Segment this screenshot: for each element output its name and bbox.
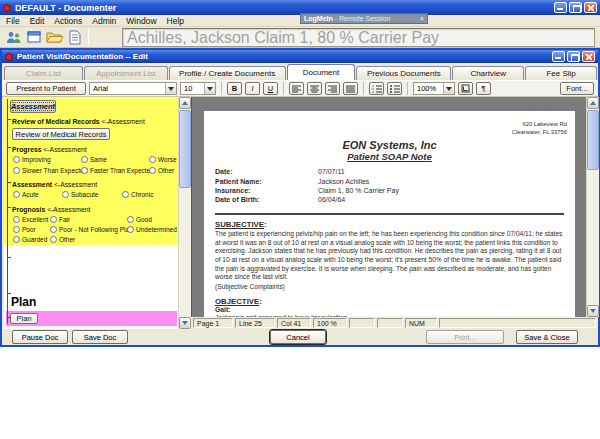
document-scrollbar[interactable] — [586, 97, 599, 317]
status-bar: Page 1 Line 25 Col 41 100 % NUM — [191, 317, 598, 329]
assessment-button[interactable]: Assessment — [10, 100, 56, 113]
patients-icon[interactable] — [4, 29, 24, 46]
subjective-heading: SUBJECTIVE: — [215, 220, 575, 229]
font-dialog-button[interactable]: Font... — [560, 82, 594, 95]
save-and-close-button[interactable]: Save & Close — [516, 330, 578, 344]
prognosis-label: Prognosis <-Assessment — [12, 206, 90, 213]
menu-window[interactable]: Window — [126, 16, 156, 26]
radio-other-progress[interactable]: Other — [149, 167, 174, 174]
radio-guarded[interactable]: Guarded — [13, 236, 50, 243]
prognosis-options-row2: Poor Poor - Not Following Plan Undetermi… — [13, 226, 177, 233]
close-icon[interactable] — [582, 51, 595, 62]
current-patient-field[interactable]: Achilles, Jackson Claim 1, 80 % Carrier … — [122, 28, 595, 47]
logmein-banner: LogMeIn - Remote Session × — [300, 13, 428, 24]
close-icon[interactable] — [584, 2, 597, 13]
window-icon[interactable] — [24, 29, 44, 46]
tab-previous-documents[interactable]: Previous Documents — [356, 66, 451, 80]
assessment-label: Assessment <-Assessment — [12, 181, 97, 188]
align-left-icon[interactable] — [289, 82, 304, 95]
tab-appointment-list: Appointment List — [84, 66, 168, 80]
radio-excellent[interactable]: Excellent — [13, 216, 50, 223]
numbered-list-icon[interactable] — [369, 82, 384, 95]
document-page[interactable]: 620 Lakeview Rd Clearwater, FL 33756 EON… — [204, 111, 575, 317]
align-right-icon[interactable] — [325, 82, 340, 95]
assessment-options-row: Acute Subacute Chronic — [13, 191, 153, 198]
scroll-up-icon[interactable] — [179, 97, 191, 109]
plan-button[interactable]: Plan — [10, 313, 38, 324]
menu-actions[interactable]: Actions — [54, 16, 82, 26]
present-to-patient-button[interactable]: Present to Patient — [6, 82, 86, 95]
subjective-note: (Subjective Complaints) — [215, 283, 565, 292]
align-center-icon[interactable] — [307, 82, 322, 95]
objective-heading: OBJECTIVE: — [215, 297, 575, 306]
status-line: Line 25 — [235, 318, 275, 328]
radio-chronic[interactable]: Chronic — [122, 191, 153, 198]
font-name-select[interactable]: Arial — [89, 82, 177, 95]
tab-chartview[interactable]: Chartview — [452, 66, 524, 80]
radio-subacute[interactable]: Subacute — [62, 191, 122, 198]
chevron-down-icon[interactable] — [204, 83, 215, 94]
menu-edit[interactable]: Edit — [30, 16, 45, 26]
zoom-select[interactable]: 100% — [413, 82, 455, 95]
radio-improving[interactable]: Improving — [13, 156, 81, 163]
action-bar: Pause Doc Save Doc Cancel Print... Save … — [2, 329, 598, 345]
cancel-button[interactable]: Cancel — [270, 330, 326, 344]
radio-fair[interactable]: Fair — [50, 216, 127, 223]
font-size-select[interactable]: 10 — [180, 82, 216, 95]
radio-good[interactable]: Good — [127, 216, 152, 223]
radio-poor[interactable]: Poor — [13, 226, 50, 233]
radio-other-prognosis[interactable]: Other — [50, 236, 75, 243]
tab-fee-slip[interactable]: Fee Slip — [525, 66, 597, 80]
pause-doc-button[interactable]: Pause Doc — [12, 330, 68, 344]
scroll-up-icon[interactable] — [587, 97, 599, 109]
menu-help[interactable]: Help — [167, 16, 184, 26]
menu-admin[interactable]: Admin — [92, 16, 116, 26]
scroll-down-icon[interactable] — [587, 305, 599, 317]
status-num-lock: NUM — [405, 318, 437, 328]
radio-same[interactable]: Same — [81, 156, 149, 163]
patient-visit-window: Patient Visit/Documentation -- Edit Clai… — [0, 48, 600, 347]
align-justify-icon[interactable] — [343, 82, 358, 95]
scroll-down-icon[interactable] — [179, 317, 191, 329]
italic-button[interactable]: I — [245, 82, 260, 95]
bullet-list-icon[interactable] — [387, 82, 402, 95]
bold-button[interactable]: B — [227, 82, 242, 95]
chevron-down-icon[interactable] — [443, 83, 454, 94]
underline-button[interactable]: U — [263, 82, 278, 95]
practice-address: 620 Lakeview Rd Clearwater, FL 33756 — [204, 111, 575, 136]
dob-value: 06/04/64 — [318, 195, 345, 204]
tab-claim-list: Claim List — [4, 66, 83, 80]
chevron-down-icon[interactable] — [165, 83, 176, 94]
progress-options-row1: Improving Same Worse — [13, 156, 177, 163]
folder-icon[interactable] — [44, 29, 64, 46]
radio-worse[interactable]: Worse — [149, 156, 177, 163]
minimize-icon[interactable] — [552, 51, 565, 62]
scrollbar-thumb[interactable] — [179, 110, 191, 188]
panel-scrollbar[interactable] — [178, 97, 191, 329]
minimize-icon[interactable] — [554, 2, 567, 13]
print-button: Print... — [426, 330, 504, 344]
review-of-medical-records-button[interactable]: Review of Medical Records — [12, 128, 110, 140]
page-border-icon[interactable] — [458, 82, 473, 95]
save-doc-button[interactable]: Save Doc — [72, 330, 128, 344]
radio-undetermined[interactable]: Undetermined — [127, 226, 177, 233]
status-empty — [439, 318, 596, 328]
document-icon[interactable] — [64, 29, 84, 46]
show-paragraph-marks-button[interactable]: ¶ — [476, 82, 491, 95]
restore-icon[interactable] — [567, 51, 580, 62]
scrollbar-thumb[interactable] — [587, 110, 599, 170]
document-editor: 620 Lakeview Rd Clearwater, FL 33756 EON… — [191, 97, 598, 317]
tab-profile-create[interactable]: Profile / Create Documents — [169, 66, 286, 80]
radio-poor-not-following-plan[interactable]: Poor - Not Following Plan — [50, 226, 127, 233]
company-name: EON Systems, Inc — [204, 139, 575, 151]
radio-slower-than-expected[interactable]: Slower Than Expected — [13, 167, 81, 174]
progress-label: Progress <-Assessment — [12, 146, 87, 153]
logmein-close-icon[interactable]: × — [420, 15, 424, 22]
radio-acute[interactable]: Acute — [13, 191, 62, 198]
tab-document[interactable]: Document — [287, 64, 356, 80]
menu-file[interactable]: File — [6, 16, 20, 26]
status-empty — [349, 318, 375, 328]
main-window: DEFAULT - Documenter File Edit Actions A… — [0, 0, 600, 439]
restore-icon[interactable] — [569, 2, 582, 13]
radio-faster-than-expected[interactable]: Faster Than Expected — [81, 167, 149, 174]
